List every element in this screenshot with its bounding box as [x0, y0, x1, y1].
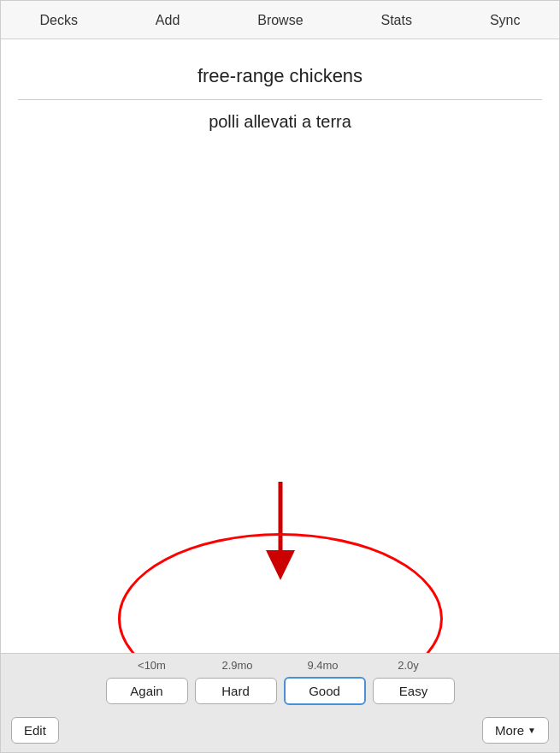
card-front: free-range chickens: [197, 65, 363, 87]
bottom-bar: Edit More ▼: [1, 712, 559, 752]
card-back: polli allevati a terra: [209, 112, 351, 132]
good-button[interactable]: Good: [284, 677, 366, 705]
top-nav: Decks Add Browse Stats Sync: [1, 1, 559, 39]
hard-button[interactable]: Hard: [195, 678, 277, 704]
main-content: free-range chickens polli allevati a ter…: [1, 39, 559, 653]
app-container: Decks Add Browse Stats Sync free-range c…: [0, 0, 560, 753]
card-divider: [18, 99, 542, 100]
nav-stats[interactable]: Stats: [373, 9, 421, 32]
svg-marker-1: [266, 550, 295, 580]
time-good: 9.4mo: [280, 659, 366, 672]
nav-decks[interactable]: Decks: [31, 9, 85, 32]
nav-add[interactable]: Add: [147, 9, 188, 32]
arrow-icon: [259, 482, 302, 584]
answer-buttons: Again Hard Good Easy: [1, 673, 559, 712]
nav-browse[interactable]: Browse: [249, 9, 311, 32]
time-easy: 2.0y: [366, 659, 451, 672]
nav-sync[interactable]: Sync: [481, 9, 529, 32]
again-button[interactable]: Again: [106, 678, 188, 704]
easy-button[interactable]: Easy: [373, 678, 455, 704]
time-hard: 2.9mo: [195, 659, 280, 672]
caret-icon: ▼: [528, 726, 536, 735]
time-labels: <10m 2.9mo 9.4mo 2.0y: [1, 654, 559, 673]
time-again: <10m: [109, 659, 195, 672]
edit-button[interactable]: Edit: [11, 717, 59, 744]
bottom-area: <10m 2.9mo 9.4mo 2.0y Again Hard Good Ea…: [1, 653, 559, 752]
arrow-annotation: [259, 482, 302, 584]
more-label: More: [495, 723, 524, 738]
more-button[interactable]: More ▼: [482, 717, 549, 744]
